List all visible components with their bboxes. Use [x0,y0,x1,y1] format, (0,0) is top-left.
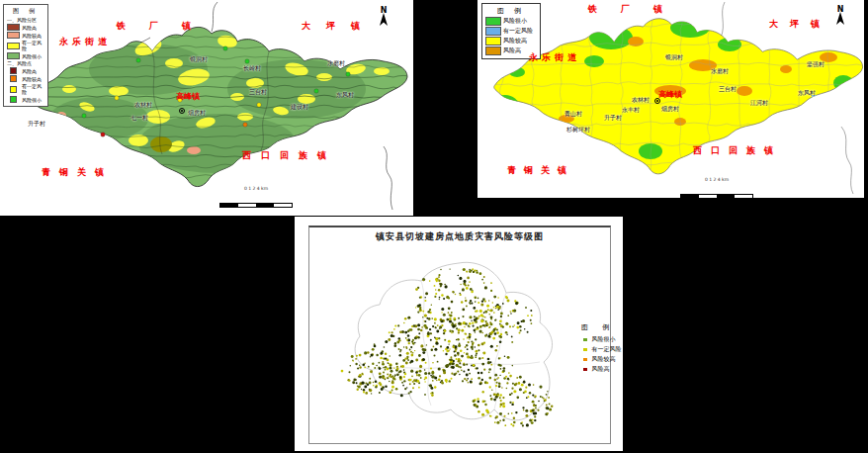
village-risk-classification-map-panel: 图 例 风险很小 有一定风险 风险较高 风险高 铁厂镇 大坪镇 永乐街道 高峰镇… [477,0,864,198]
legend-label: 风险高 [22,25,37,31]
village-label: 农林村 [632,97,650,103]
terrain-map-graphic [0,0,413,216]
legend-title: 图 例 [581,322,637,332]
zone-swatch [7,24,20,31]
county-seat-marker [179,108,185,114]
legend-title: 图 例 [7,7,44,16]
north-arrow-icon: N [379,6,389,32]
scale-bar: 0 1 2 4 km [680,177,753,202]
legend-label: 风险很小 [503,17,527,26]
village-label: 青山村 [564,111,582,117]
map-b-legend: 图 例 风险很小 有一定风险 风险较高 风险高 [481,3,541,59]
town-label-gaofeng: 高峰镇 [658,91,682,99]
legend-row: 有一定风险 [7,83,44,95]
three-map-composite: 图 例 一、风险分区 风险高 风险较高 有一定风险 风险很小 二、风险点 风险高… [0,0,868,453]
map-c-legend: 图 例 风险很小 有一定风险 风险较高 风险高 [578,320,640,377]
town-label-tiechang: 铁厂镇 [117,22,215,31]
legend-row: 风险很小 [7,96,44,103]
legend-group-zones: 一、风险分区 [7,17,44,23]
county-seat-marker [654,98,660,104]
zone-swatch [7,43,20,49]
legend-label: 风险较高 [503,37,527,45]
risk-swatch [485,46,501,55]
point-swatch [583,348,587,352]
village-label: 三台村 [719,86,737,92]
scatter-map-graphic [310,245,609,445]
point-swatch [583,358,587,362]
legend-label: 风险很小 [22,97,42,103]
scale-segments [680,194,753,199]
legend-row: 风险很小 [485,17,537,26]
scale-text: 0 1 2 4 km [680,177,753,182]
legend-row: 风险高 [7,24,44,31]
scale-text: 0 1 2 4 km [219,186,293,191]
scale-segments [219,203,293,208]
legend-row: 风险高 [7,67,44,74]
town-label-xikou: 西口回族镇 [693,146,782,155]
point-swatch [10,75,17,82]
legend-label: 有一定风险 [22,40,44,51]
town-label-tiechang: 铁厂镇 [588,5,686,14]
legend-row: 风险较高 [7,32,44,39]
town-label-yongle: 永乐街道 [529,53,580,62]
legend-row: 风险很小 [7,52,44,59]
village-label: 长岭村 [243,65,261,71]
building-points-risk-map-panel: 镇安县切坡建房点地质灾害风险等级图 图 例 风险很小 有一定风险 风险较高 风险… [295,217,623,451]
map-c-frame: 镇安县切坡建房点地质灾害风险等级图 图 例 风险很小 有一定风险 风险较高 风险… [308,226,611,444]
legend-title: 图 例 [485,6,537,16]
legend-label: 有一定风险 [592,345,622,354]
scale-bar: 0 1 2 4 km [219,186,293,211]
north-arrow-icon: N [835,5,845,31]
map-c-title: 镇安县切坡建房点地质灾害风险等级图 [309,230,610,243]
town-label-yongle: 永乐街道 [59,38,111,46]
legend-label: 风险较高 [22,33,42,39]
legend-label: 有一定风险 [22,83,44,95]
legend-row: 有一定风险 [485,27,537,36]
village-label: 东风村 [336,92,354,98]
village-label: 江河村 [750,100,768,106]
village-label: 银洞村 [190,56,208,62]
zone-swatch [7,52,20,59]
legend-label: 风险高 [22,68,37,74]
town-label-qingtongguan: 青铜关镇 [507,166,574,175]
village-label: 建设村 [291,104,308,110]
village-label: 三台村 [249,89,267,95]
legend-row: 风险很小 [581,335,637,344]
legend-label: 风险较高 [22,76,42,82]
point-swatch [583,368,587,372]
legend-row: 风险较高 [581,355,637,364]
legend-label: 有一定风险 [503,27,533,36]
point-swatch [10,67,17,74]
point-swatch [583,338,587,342]
risk-swatch [485,37,501,45]
legend-row: 风险较高 [7,75,44,82]
village-label: 七一村 [130,115,148,121]
town-label-gaofeng: 高峰镇 [176,93,200,101]
town-label-daping: 大坪镇 [302,22,376,31]
village-label: 水磨村 [711,68,729,74]
town-label-daping: 大坪镇 [769,20,831,29]
legend-label: 风险高 [503,46,521,55]
legend-row: 有一定风险 [581,345,637,354]
legend-label: 风险很小 [22,53,42,59]
village-label: 升子村 [604,115,622,121]
village-label: 银洞村 [665,54,683,60]
point-swatch [10,86,17,93]
legend-group-points: 二、风险点 [7,60,44,66]
zone-swatch [7,32,20,39]
risk-swatch [485,27,501,36]
village-label: 水磨村 [327,60,345,66]
legend-label: 风险较高 [592,355,616,364]
town-label-xikou: 西口回族镇 [242,151,336,160]
map-a-legend: 图 例 一、风险分区 风险高 风险较高 有一定风险 风险很小 二、风险点 风险高… [3,4,48,107]
risk-zoning-terrain-map-panel: 图 例 一、风险分区 风险高 风险较高 有一定风险 风险很小 二、风险点 风险高… [0,0,413,216]
village-label: 升子村 [28,121,45,127]
point-swatch [10,96,17,103]
village-label: 永丰村 [622,107,640,113]
legend-label: 风险很小 [592,335,616,344]
village-label: 烟房村 [188,110,206,116]
legend-row: 风险较高 [485,37,537,45]
legend-row: 风险高 [581,365,637,374]
village-label: 坚强村 [807,61,825,67]
legend-row: 有一定风险 [7,40,44,51]
